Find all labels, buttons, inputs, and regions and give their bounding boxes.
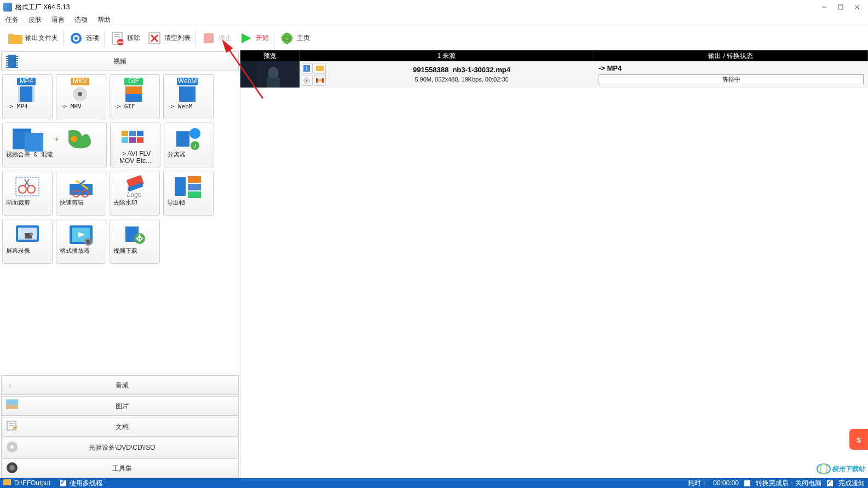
tile-avi-etc[interactable]: -> AVI FLVMOV Etc... xyxy=(110,123,160,167)
svg-rect-17 xyxy=(204,33,214,43)
tile-export-frame[interactable]: 导出帧 xyxy=(163,171,214,216)
task-settings-button[interactable] xyxy=(301,75,313,86)
category-tab-optical[interactable]: 光驱设备\DVD\CD\ISO xyxy=(1,438,239,457)
category-tabs: ♪ 音频 图片 文档 光驱设备\DVD\CD\ISO 工具集 xyxy=(0,374,240,478)
clear-list-icon xyxy=(147,31,162,46)
notify-checkbox[interactable] xyxy=(827,480,833,486)
gif-icon: GIF xyxy=(120,77,150,103)
task-source: 991558388_nb3-1-30032.mp4 5.90M, 852x480… xyxy=(329,66,594,83)
home-label: 主页 xyxy=(297,33,310,43)
folder-small-icon xyxy=(3,479,11,487)
remove-icon xyxy=(110,31,125,46)
globe-icon xyxy=(279,31,295,46)
tile-mp4[interactable]: MP4 -> MP4 xyxy=(2,74,53,119)
export-frame-icon xyxy=(174,173,203,200)
maximize-button[interactable] xyxy=(833,2,848,13)
category-tab-image[interactable]: 图片 xyxy=(1,396,239,416)
tile-watermark[interactable]: Logo 去除水印 xyxy=(110,171,160,216)
menu-help[interactable]: 帮助 xyxy=(97,15,111,25)
tile-mkv-label: -> MKV xyxy=(58,103,105,110)
svg-marker-18 xyxy=(242,33,251,43)
tile-mkv[interactable]: MKV -> MKV xyxy=(56,74,106,119)
svg-text:♪: ♪ xyxy=(193,142,197,149)
video-download-icon xyxy=(120,222,150,248)
task-meta: 5.90M, 852x480, 19Kbps, 00:02:30 xyxy=(415,76,508,83)
category-tab-document-label: 文档 xyxy=(24,422,221,432)
close-button[interactable] xyxy=(849,2,865,13)
svg-rect-46 xyxy=(129,137,136,143)
svg-text:GIF: GIF xyxy=(128,78,139,85)
output-folder-button[interactable]: 输出文件夹 xyxy=(4,28,61,48)
tile-player[interactable]: 格式播放器 xyxy=(56,219,106,264)
category-tab-audio[interactable]: ♪ 音频 xyxy=(1,375,239,395)
task-header: 预览 1 来源 输出 / 转换状态 xyxy=(240,50,868,61)
category-tab-tools[interactable]: 工具集 xyxy=(1,458,239,478)
tile-webm[interactable]: WebM -> WebM xyxy=(163,74,214,119)
start-label: 开始 xyxy=(256,33,269,43)
elapsed-time: 00:00:00 xyxy=(713,479,739,487)
tile-watermark-label: 去除水印 xyxy=(111,200,158,206)
shutdown-label: 转换完成后：关闭电脑 xyxy=(756,479,821,488)
col-preview: 预览 xyxy=(240,50,300,61)
remove-button[interactable]: 移除 xyxy=(106,28,143,48)
clear-list-button[interactable]: 清空列表 xyxy=(143,28,194,48)
options-button[interactable]: 选项 xyxy=(65,28,102,48)
home-button[interactable]: 主页 xyxy=(276,28,313,48)
svg-rect-67 xyxy=(188,184,201,190)
task-info-button[interactable]: i xyxy=(301,63,313,74)
svg-rect-96 xyxy=(240,61,257,88)
svg-text:WebM: WebM xyxy=(178,78,197,85)
tile-video-merge[interactable]: + 视频合并 & 混流 xyxy=(2,123,107,167)
play-icon xyxy=(238,31,254,46)
tile-export-frame-label: 导出帧 xyxy=(165,200,212,206)
svg-rect-39 xyxy=(25,133,43,152)
category-header-video[interactable]: 视频 xyxy=(1,51,239,71)
tile-quickcut[interactable]: 快速剪辑 xyxy=(56,171,106,216)
tile-screen-record[interactable]: 屏幕录像 xyxy=(2,219,53,264)
output-path[interactable]: D:\FFOutput xyxy=(14,479,50,487)
category-tab-image-label: 图片 xyxy=(24,402,221,411)
svg-text:i: i xyxy=(306,65,308,72)
svg-point-8 xyxy=(74,37,78,40)
svg-point-41 xyxy=(71,136,77,142)
crop-icon xyxy=(13,173,42,200)
menu-language[interactable]: 语言 xyxy=(51,15,65,25)
screen-record-icon xyxy=(13,222,42,248)
task-folder-button[interactable] xyxy=(314,63,326,74)
stop-button[interactable]: 停止 xyxy=(198,28,235,48)
task-row[interactable]: i 991558388_nb3-1-30032.mp4 5.90M, 852x4… xyxy=(240,61,868,88)
svg-rect-44 xyxy=(137,131,143,136)
mp4-icon: MP4 xyxy=(13,77,42,103)
menu-skin[interactable]: 皮肤 xyxy=(28,15,42,25)
svg-point-19 xyxy=(281,33,292,44)
tile-player-label: 格式播放器 xyxy=(58,248,105,254)
svg-rect-68 xyxy=(188,191,201,198)
task-range-button[interactable] xyxy=(314,75,326,86)
player-icon xyxy=(66,222,96,248)
menu-tasks[interactable]: 任务 xyxy=(5,15,19,25)
svg-rect-43 xyxy=(129,131,136,136)
tile-video-download[interactable]: 视频下载 xyxy=(110,219,160,264)
tools-icon xyxy=(6,462,19,475)
svg-rect-103 xyxy=(316,78,318,83)
tile-avi-l2: MOV Etc... xyxy=(119,157,151,165)
tile-mp4-label: -> MP4 xyxy=(4,103,51,110)
start-button[interactable]: 开始 xyxy=(235,28,272,48)
category-tab-document[interactable]: 文档 xyxy=(1,417,239,437)
multithread-checkbox[interactable] xyxy=(60,480,66,486)
shutdown-checkbox[interactable] xyxy=(744,480,750,486)
category-tab-audio-label: 音频 xyxy=(24,381,221,390)
svg-text:+: + xyxy=(55,136,59,143)
task-status: 等待中 xyxy=(599,74,864,84)
webm-icon: WebM xyxy=(174,77,203,103)
folder-icon xyxy=(8,31,23,46)
tile-splitter[interactable]: ♪ 分离器 xyxy=(164,123,214,167)
svg-rect-104 xyxy=(322,78,324,83)
category-tab-optical-label: 光驱设备\DVD\CD\ISO xyxy=(24,443,221,452)
tile-crop[interactable]: 画面裁剪 xyxy=(2,171,53,216)
menu-options[interactable]: 选项 xyxy=(74,15,88,25)
minimize-button[interactable] xyxy=(817,2,832,13)
app-icon xyxy=(3,3,12,11)
tile-merge-label: 视频合并 & 混流 xyxy=(4,152,105,158)
tile-gif[interactable]: GIF -> GIF xyxy=(110,74,160,119)
